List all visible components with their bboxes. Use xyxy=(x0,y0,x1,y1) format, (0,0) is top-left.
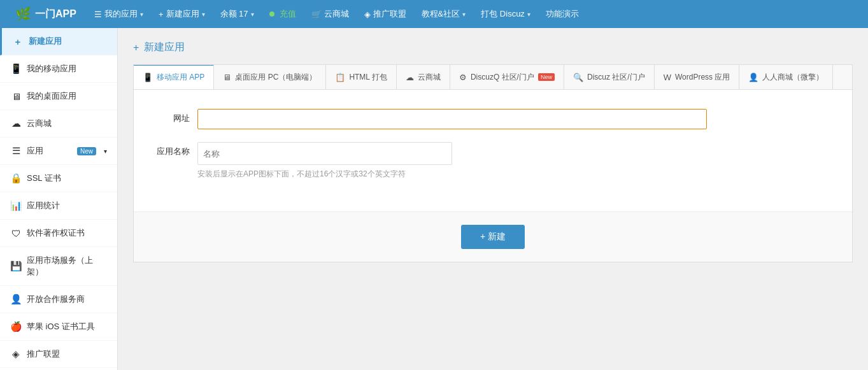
sidebar-item-desktop-app[interactable]: 🖥 我的桌面应用 xyxy=(0,83,117,110)
partner-icon: 👤 xyxy=(10,294,22,305)
sidebar-label: 新建应用 xyxy=(29,36,62,47)
sidebar-item-market[interactable]: 💾 应用市场服务（上架） xyxy=(0,247,117,286)
tabs-container: 📱 移动应用 APP 🖥 桌面应用 PC（电脑端） 📋 HTML 打包 ☁ 云商… xyxy=(133,64,853,262)
sidebar-label: 开放合作服务商 xyxy=(27,294,85,305)
mobile-tab-icon: 📱 xyxy=(143,73,153,82)
apps-icon: ☰ xyxy=(10,145,22,157)
url-control xyxy=(197,109,839,129)
nav-balance[interactable]: 余额 17 ▾ xyxy=(213,0,262,28)
title-plus-icon: + xyxy=(133,42,139,53)
sidebar-item-apps[interactable]: ☰ 应用 New ▾ xyxy=(0,138,117,165)
sidebar-label: 我的桌面应用 xyxy=(27,90,76,102)
main-content: + 新建应用 📱 移动应用 APP 🖥 桌面应用 PC（电脑端） 📋 HTML … xyxy=(118,28,868,370)
nav-tutorial[interactable]: 教程&社区 ▾ xyxy=(414,0,474,28)
store-icon: 💾 xyxy=(10,260,22,272)
tab-wordpress[interactable]: W WordPress 应用 xyxy=(655,65,740,89)
sidebar-label: SSL 证书 xyxy=(27,173,61,184)
chevron-down-icon: ▾ xyxy=(527,11,530,18)
sidebar-label: 我的移动应用 xyxy=(27,63,76,75)
discuzq-tab-icon: ⚙ xyxy=(459,73,467,82)
chevron-down-icon: ▾ xyxy=(251,11,254,18)
desktop-icon: 🖥 xyxy=(10,91,22,102)
name-control: 安装后显示在APP图标下面，不超过16个汉字或32个英文字符 xyxy=(197,142,839,180)
new-tab-badge: New xyxy=(538,73,555,81)
shield-icon: 🛡 xyxy=(10,228,22,239)
sidebar-item-ios-cert[interactable]: 🍎 苹果 iOS 证书工具 xyxy=(0,313,117,341)
name-label: 应用名称 xyxy=(146,142,197,157)
desktop-tab-icon: 🖥 xyxy=(223,73,231,82)
plus-icon: + xyxy=(12,36,24,47)
affiliate-icon: ◈ xyxy=(10,348,22,360)
logo-icon: 🌿 xyxy=(15,6,31,22)
tab-mobile-app[interactable]: 📱 移动应用 APP xyxy=(134,65,214,89)
sidebar-item-copyright[interactable]: 🛡 软件著作权证书 xyxy=(0,220,117,247)
discuz-tab-icon: 🔍 xyxy=(573,73,583,82)
nav-new-app[interactable]: + 新建应用 ▾ xyxy=(151,0,213,28)
tab-desktop-pc[interactable]: 🖥 桌面应用 PC（电脑端） xyxy=(214,65,326,89)
chevron-down-icon: ▾ xyxy=(140,11,143,18)
sidebar-label: 应用 xyxy=(27,145,43,157)
cloud-icon: ☁ xyxy=(10,118,22,129)
tab-renren[interactable]: 👤 人人商城（微擎） xyxy=(739,65,833,89)
submit-area: + 新建 xyxy=(134,211,852,262)
sidebar-item-new-app[interactable]: + 新建应用 xyxy=(0,28,117,55)
promo-icon: ◈ xyxy=(364,10,371,19)
chevron-down-icon: ▾ xyxy=(462,11,466,18)
html-tab-icon: 📋 xyxy=(335,73,345,82)
wp-tab-icon: W xyxy=(664,73,671,82)
logo-text: 一门APP xyxy=(35,8,76,21)
page-title: + 新建应用 xyxy=(133,41,853,54)
sidebar-label: 推广联盟 xyxy=(27,348,60,360)
menu-icon: ☰ xyxy=(94,10,102,19)
url-label: 网址 xyxy=(146,109,197,124)
chevron-down-icon: ▾ xyxy=(202,11,205,18)
chevron-down-icon: ▾ xyxy=(104,148,107,155)
tab-discuz[interactable]: 🔍 Discuz 社区/门户 xyxy=(564,65,655,89)
nav-my-apps[interactable]: ☰ 我的应用 ▾ xyxy=(87,0,151,28)
sidebar-label: 软件著作权证书 xyxy=(27,227,85,239)
name-hint: 安装后显示在APP图标下面，不超过16个汉字或32个英文字符 xyxy=(197,169,839,180)
layout: + 新建应用 📱 我的移动应用 🖥 我的桌面应用 ☁ 云商城 ☰ 应用 New … xyxy=(0,28,868,370)
form-area: 网址 应用名称 安装后显示在APP图标下面，不超过16个汉字或32个英文字符 xyxy=(134,90,852,205)
nav-pack-discuz[interactable]: 打包 Discuz ▾ xyxy=(473,0,538,28)
mobile-icon: 📱 xyxy=(10,63,22,75)
nav-features[interactable]: 功能演示 xyxy=(538,0,587,28)
sidebar-item-stats[interactable]: 📊 应用统计 xyxy=(0,192,117,220)
sidebar-item-ssl[interactable]: 🔒 SSL 证书 xyxy=(0,165,117,192)
nav-recharge[interactable]: 充值 xyxy=(262,0,304,28)
sidebar-label: 苹果 iOS 证书工具 xyxy=(27,321,95,332)
shop-icon: 🛒 xyxy=(311,10,322,19)
tab-discuzq[interactable]: ⚙ DiscuzQ 社区/门户 New xyxy=(450,65,564,89)
sidebar-item-partner[interactable]: 👤 开放合作服务商 xyxy=(0,286,117,313)
name-row: 应用名称 安装后显示在APP图标下面，不超过16个汉字或32个英文字符 xyxy=(146,142,839,180)
sidebar-label: 云商城 xyxy=(27,118,52,129)
top-nav: 🌿 一门APP ☰ 我的应用 ▾ + 新建应用 ▾ 余额 17 ▾ 充值 🛒 云… xyxy=(0,0,868,28)
url-row: 网址 xyxy=(146,109,839,129)
tab-cloud-shop[interactable]: ☁ 云商城 xyxy=(397,65,450,89)
create-button[interactable]: + 新建 xyxy=(461,225,525,249)
tabs-bar: 📱 移动应用 APP 🖥 桌面应用 PC（电脑端） 📋 HTML 打包 ☁ 云商… xyxy=(134,65,852,90)
apple-icon: 🍎 xyxy=(10,321,22,332)
tab-html-pack[interactable]: 📋 HTML 打包 xyxy=(326,65,397,89)
url-input[interactable] xyxy=(197,109,707,129)
sidebar-label: 应用市场服务（上架） xyxy=(27,255,107,278)
new-badge: New xyxy=(77,147,96,155)
sidebar-label: 应用统计 xyxy=(27,200,60,211)
chart-icon: 📊 xyxy=(10,200,22,211)
renren-tab-icon: 👤 xyxy=(748,73,758,82)
lock-icon: 🔒 xyxy=(10,173,22,184)
sidebar-item-cloud-shop[interactable]: ☁ 云商城 xyxy=(0,110,117,138)
sidebar-item-mobile-app[interactable]: 📱 我的移动应用 xyxy=(0,55,117,83)
app-name-input[interactable] xyxy=(197,142,452,165)
logo[interactable]: 🌿 一门APP xyxy=(5,6,87,22)
nav-cloud-shop[interactable]: 🛒 云商城 xyxy=(304,0,357,28)
sidebar: + 新建应用 📱 我的移动应用 🖥 我的桌面应用 ☁ 云商城 ☰ 应用 New … xyxy=(0,28,118,370)
nav-promotion[interactable]: ◈ 推广联盟 xyxy=(357,0,414,28)
cloud-tab-icon: ☁ xyxy=(406,73,414,82)
sidebar-item-affiliate[interactable]: ◈ 推广联盟 xyxy=(0,341,117,368)
